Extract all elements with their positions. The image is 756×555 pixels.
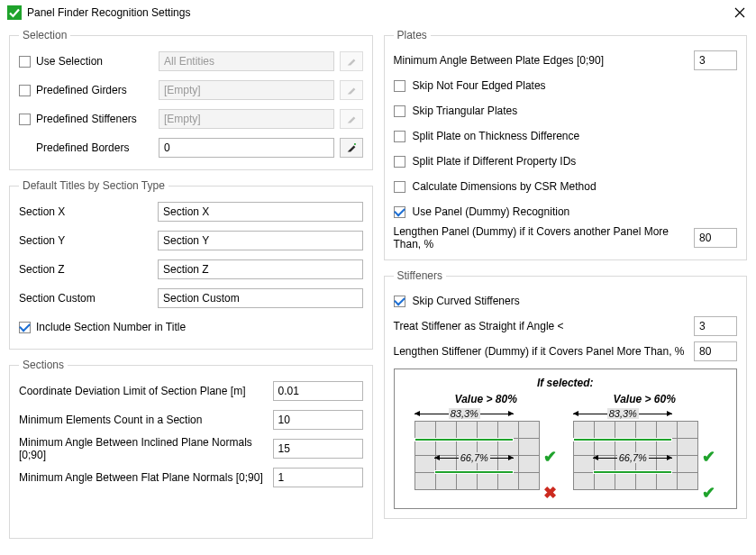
- predef-stiffeners-checkbox[interactable]: [19, 114, 31, 125]
- titles-group: Default Titles by Section Type Section X…: [9, 179, 373, 350]
- titles-legend: Default Titles by Section Type: [19, 179, 169, 192]
- section-z-label: Section Z: [19, 263, 152, 276]
- split-thickness-checkbox[interactable]: [394, 131, 405, 142]
- svg-point-0: [353, 143, 355, 145]
- diagram-left-title: Value > 80%: [455, 393, 517, 405]
- min-angle-flat-field[interactable]: 1: [273, 468, 363, 487]
- lengthen-stiffener-field[interactable]: 80: [694, 341, 737, 361]
- min-angle-inclined-field[interactable]: 15: [273, 439, 363, 459]
- skip-curved-checkbox[interactable]: [394, 296, 405, 307]
- diagram-right-dim2: 66,7%: [617, 452, 649, 463]
- csr-label: Calculate Dimensions by CSR Method: [413, 180, 597, 193]
- diagram-right-title: Value > 60%: [614, 393, 676, 405]
- predef-girders-label: Predefined Girders: [36, 84, 153, 96]
- use-selection-label: Use Selection: [36, 55, 153, 68]
- dialog-buttons: OK Cancel: [0, 548, 756, 555]
- cross-icon: ✖: [543, 485, 557, 501]
- use-dummy-label: Use Panel (Dummy) Recognition: [413, 205, 570, 218]
- split-property-checkbox[interactable]: [394, 156, 405, 168]
- title-bar: Panel Finder Recognition Settings: [0, 0, 756, 25]
- min-angle-edges-label: Minimum Angle Between Plate Edges [0;90]: [394, 54, 688, 67]
- skip-triangular-label: Skip Triangular Plates: [413, 105, 518, 117]
- predef-borders-field[interactable]: 0: [159, 138, 334, 158]
- treat-straight-field[interactable]: 3: [694, 316, 737, 336]
- diagram-header: If selected:: [537, 377, 594, 389]
- section-y-label: Section Y: [19, 234, 152, 247]
- section-y-field[interactable]: Section Y: [158, 231, 363, 250]
- predef-borders-picker[interactable]: [340, 138, 363, 158]
- stiffeners-legend: Stiffeners: [394, 269, 446, 282]
- section-x-label: Section X: [19, 205, 152, 218]
- diagram-left-dim1: 83,3%: [449, 408, 480, 419]
- plates-legend: Plates: [394, 29, 431, 41]
- predef-girders-picker: [340, 80, 363, 100]
- split-thickness-label: Split Plate on Thickness Difference: [413, 130, 580, 142]
- csr-checkbox[interactable]: [394, 181, 405, 193]
- predef-stiffeners-picker: [340, 109, 363, 129]
- stiffeners-group: Stiffeners Skip Curved Stiffeners Treat …: [384, 269, 748, 519]
- selection-group: Selection Use Selection All Entities Pre…: [9, 29, 373, 170]
- skip-not-four-checkbox[interactable]: [394, 80, 405, 92]
- lengthen-stiffener-label: Lengthen Stiffener (Dummy) if it Covers …: [394, 345, 688, 358]
- plates-group: Plates Minimum Angle Between Plate Edges…: [384, 29, 748, 260]
- lengthen-panel-label: Lengthen Panel (Dummy) if it Covers anot…: [394, 225, 688, 250]
- skip-triangular-checkbox[interactable]: [394, 105, 405, 117]
- use-selection-field: All Entities: [159, 51, 334, 71]
- diagram-left-dim2: 66,7%: [459, 452, 490, 463]
- skip-curved-label: Skip Curved Stiffeners: [413, 295, 520, 307]
- predef-girders-field: [Empty]: [159, 80, 334, 100]
- coord-dev-label: Coordinate Deviation Limit of Section Pl…: [19, 385, 268, 397]
- include-number-checkbox[interactable]: [19, 322, 31, 333]
- coord-dev-field[interactable]: 0.01: [273, 381, 363, 401]
- min-angle-edges-field[interactable]: 3: [694, 50, 737, 70]
- predef-borders-label: Predefined Borders: [36, 141, 153, 154]
- treat-straight-label: Treat Stiffener as Straight if Angle <: [394, 320, 688, 332]
- check-icon: ✔: [702, 485, 715, 501]
- min-elems-label: Minimum Elements Count in a Section: [19, 414, 268, 426]
- section-custom-label: Section Custom: [19, 292, 152, 305]
- diagram-right-dim1: 83,3%: [607, 408, 639, 419]
- split-property-label: Split Plate if Different Property IDs: [413, 155, 577, 168]
- section-custom-field[interactable]: Section Custom: [158, 288, 363, 308]
- include-number-label: Include Section Number in Title: [36, 321, 186, 333]
- sections-legend: Sections: [19, 359, 68, 371]
- min-elems-field[interactable]: 10: [273, 410, 363, 430]
- app-icon: [7, 5, 22, 20]
- use-selection-picker: [340, 51, 363, 71]
- stiffener-diagram: If selected: Value > 80% 83,3%: [394, 368, 738, 509]
- lengthen-panel-field[interactable]: 80: [694, 228, 737, 248]
- min-angle-inclined-label: Minimum Angle Between Inclined Plane Nor…: [19, 436, 268, 461]
- window-title: Panel Finder Recognition Settings: [27, 6, 731, 19]
- min-angle-flat-label: Minimum Angle Between Flat Plane Normals…: [19, 471, 268, 484]
- predef-girders-checkbox[interactable]: [19, 85, 31, 96]
- sections-group: Sections Coordinate Deviation Limit of S…: [9, 359, 373, 539]
- section-x-field[interactable]: Section X: [158, 202, 363, 222]
- predef-stiffeners-label: Predefined Stiffeners: [36, 113, 153, 125]
- skip-not-four-label: Skip Not Four Edged Plates: [413, 79, 546, 92]
- use-dummy-checkbox[interactable]: [394, 206, 405, 218]
- close-icon[interactable]: [731, 4, 749, 22]
- check-icon: ✔: [543, 449, 557, 465]
- selection-legend: Selection: [19, 29, 70, 41]
- use-selection-checkbox[interactable]: [19, 56, 31, 68]
- check-icon: ✔: [702, 449, 715, 465]
- section-z-field[interactable]: Section Z: [158, 259, 363, 279]
- predef-stiffeners-field: [Empty]: [159, 109, 334, 129]
